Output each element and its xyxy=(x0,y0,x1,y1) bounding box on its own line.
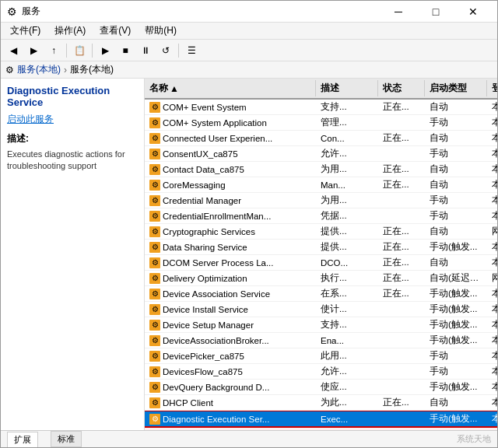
table-row[interactable]: ⚙DHCP Client为此...正在...自动本地服务 xyxy=(145,395,497,411)
cell-text: 提供... xyxy=(321,241,347,253)
service-data-cell: 使计... xyxy=(316,303,378,316)
toolbar-stop[interactable]: ■ xyxy=(116,42,135,59)
left-panel: Diagnostic Execution Service 启动此服务 描述: E… xyxy=(1,79,145,430)
service-data-cell: Con... xyxy=(316,133,378,144)
table-row[interactable]: ⚙Cryptographic Services提供...正在...自动网络服务 xyxy=(145,224,497,240)
cell-text: 自动 xyxy=(430,226,448,237)
service-data-cell: 手动(触发... xyxy=(425,240,487,254)
service-icon: ⚙ xyxy=(149,257,160,268)
cell-text: DevicePicker_ca875 xyxy=(163,352,244,361)
col-desc[interactable]: 描述 xyxy=(316,80,378,96)
cell-text: 允许... xyxy=(321,148,347,159)
cell-text: 手动(触发... xyxy=(430,381,477,393)
service-data-cell: 自动 xyxy=(425,131,487,145)
toolbar-play[interactable]: ▶ xyxy=(96,42,114,59)
menu-action[interactable]: 操作(A) xyxy=(48,23,92,39)
maximize-button[interactable]: □ xyxy=(418,1,454,23)
main-content: Diagnostic Execution Service 启动此服务 描述: E… xyxy=(1,79,497,430)
table-row[interactable]: ⚙COM+ Event System支持...正在...自动本地服务 xyxy=(145,100,497,115)
table-row[interactable]: ⚙Diagnostic Execution Ser...Exec...手动(触发… xyxy=(145,411,497,427)
table-row[interactable]: ⚙Delivery Optimization执行...正在...自动(延迟设..… xyxy=(145,271,497,286)
col-startup[interactable]: 启动类型 xyxy=(425,80,487,96)
services-list[interactable]: ⚙COM+ Event System支持...正在...自动本地服务⚙COM+ … xyxy=(145,100,497,430)
service-data-cell: 在系... xyxy=(316,287,378,300)
service-name-cell: ⚙Device Install Service xyxy=(145,303,316,316)
col-status[interactable]: 状态 xyxy=(378,80,425,96)
service-name-cell: ⚙CredentialEnrollmentMan... xyxy=(145,210,316,222)
close-button[interactable]: ✕ xyxy=(455,1,491,23)
cell-text: CoreMessaging xyxy=(163,180,226,190)
cell-text: 自动 xyxy=(430,397,448,408)
table-row[interactable]: ⚙DevQuery Background D...使应...手动(触发...本地… xyxy=(145,380,497,395)
cell-text: 正在... xyxy=(383,257,409,268)
table-row[interactable]: ⚙DeviceAssociationBroker...Ena...手动(触发..… xyxy=(145,333,497,348)
service-name-cell: ⚙Device Association Service xyxy=(145,288,316,300)
table-row[interactable]: ⚙CoreMessagingMan...正在...自动本地服务 xyxy=(145,177,497,193)
tab-standard[interactable]: 标准 xyxy=(51,431,82,447)
table-row[interactable]: ⚙Device Association Service在系...正在...手动(… xyxy=(145,286,497,302)
table-row[interactable]: ⚙ConsentUX_ca875允许...手动本地系统 xyxy=(145,146,497,162)
breadcrumb-icon: ⚙ xyxy=(5,65,14,75)
cell-text: 手动(触发... xyxy=(430,334,477,346)
col-name[interactable]: 名称 ▲ xyxy=(145,80,316,96)
menu-view[interactable]: 查看(V) xyxy=(93,23,137,39)
tab-extended[interactable]: 扩展 xyxy=(7,432,38,447)
panel-service-title: Diagnostic Execution Service xyxy=(7,85,138,108)
table-row[interactable]: ⚙Contact Data_ca875为用...正在...自动本地服务 xyxy=(145,162,497,177)
table-row[interactable]: ⚙DevicePicker_ca875此用...手动本地系统 xyxy=(145,348,497,364)
table-row[interactable]: ⚙COM+ System Application管理...手动本地系统 xyxy=(145,115,497,131)
cell-text: 支持... xyxy=(321,101,347,113)
toolbar-back[interactable]: ◀ xyxy=(4,42,23,59)
breadcrumb-root[interactable]: 服务(本地) xyxy=(17,63,61,76)
toolbar-up[interactable]: ↑ xyxy=(44,42,63,59)
service-data-cell: 正在... xyxy=(378,178,425,191)
table-row[interactable]: ⚙Data Sharing Service提供...正在...手动(触发...本… xyxy=(145,240,497,255)
cell-text: 为用... xyxy=(321,194,347,206)
toolbar-forward[interactable]: ▶ xyxy=(24,42,43,59)
toolbar-sep-3 xyxy=(178,44,179,58)
table-row[interactable]: ⚙DevicesFlow_ca875允许...手动本地系统 xyxy=(145,364,497,380)
menu-help[interactable]: 帮助(H) xyxy=(139,23,183,39)
cell-text: Contact Data_ca875 xyxy=(163,165,244,174)
service-data-cell: 允许... xyxy=(316,365,378,378)
table-row[interactable]: ⚙Connected User Experien...Con...正在...自动… xyxy=(145,131,497,146)
service-data-cell: Man... xyxy=(316,180,378,191)
table-row[interactable]: ⚙Device Setup Manager支持...手动(触发...本地系统 xyxy=(145,317,497,333)
panel-desc-text: Executes diagnostic actions for troubles… xyxy=(7,149,138,173)
service-data-cell: 正在... xyxy=(378,396,425,409)
cell-text: 本地系统 xyxy=(492,288,497,299)
cell-text: 自动(延迟设... xyxy=(430,272,482,284)
service-data-cell: 本地系统 xyxy=(487,240,497,254)
table-row[interactable]: ⚙Device Install Service使计...手动(触发...本地系统 xyxy=(145,302,497,317)
service-data-cell: 手动(触发... xyxy=(425,287,487,300)
panel-start-link[interactable]: 启动此服务 xyxy=(7,113,138,126)
service-data-cell: 正在... xyxy=(378,240,425,254)
cell-text: DCO... xyxy=(321,258,348,268)
service-data-cell: 本地系统 xyxy=(487,412,497,425)
table-row[interactable]: ⚙CredentialEnrollmentMan...凭据...手动本地系统 xyxy=(145,208,497,224)
table-row[interactable]: ⚙Credential Manager为用...手动本地系统 xyxy=(145,193,497,208)
toolbar-show-hide[interactable]: 📋 xyxy=(70,42,89,59)
service-data-cell: 手动(触发... xyxy=(425,303,487,316)
service-name-cell: ⚙Contact Data_ca875 xyxy=(145,163,316,176)
service-name-cell: ⚙DeviceAssociationBroker... xyxy=(145,334,316,347)
service-data-cell: Exec... xyxy=(316,414,378,425)
toolbar-properties[interactable]: ☰ xyxy=(182,42,201,59)
service-data-cell: 手动(触发... xyxy=(425,334,487,347)
col-login[interactable]: 登录为 xyxy=(487,80,497,96)
cell-text: 自动 xyxy=(430,179,448,191)
toolbar-restart[interactable]: ↺ xyxy=(156,42,175,59)
minimize-button[interactable]: ─ xyxy=(381,1,416,23)
cell-text: 正在... xyxy=(383,288,409,299)
cell-text: Diagnostic Execution Ser... xyxy=(163,415,269,424)
toolbar-pause[interactable]: ⏸ xyxy=(136,42,155,59)
cell-text: 本地系统 xyxy=(492,413,497,425)
cell-text: 自动 xyxy=(430,132,448,144)
service-icon: ⚙ xyxy=(149,117,160,128)
cell-text: 管理... xyxy=(321,117,347,128)
table-row[interactable]: ⚙DCOM Server Process La...DCO...正在...自动本… xyxy=(145,255,497,271)
service-data-cell: 自动 xyxy=(425,178,487,191)
service-data-cell: 本地系统 xyxy=(487,194,497,207)
menu-file[interactable]: 文件(F) xyxy=(4,23,47,39)
service-data-cell: 手动 xyxy=(425,147,487,160)
